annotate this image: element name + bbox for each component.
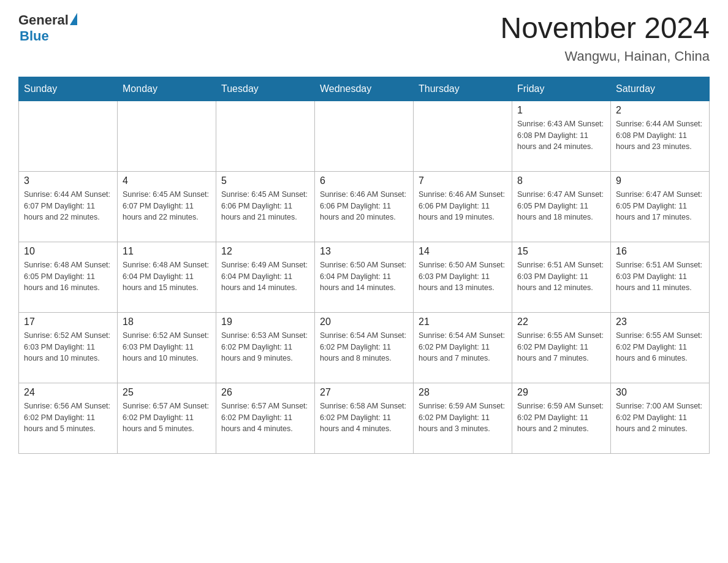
calendar-subtitle: Wangwu, Hainan, China [500, 48, 710, 64]
calendar-cell-1-2: 5Sunrise: 6:45 AM Sunset: 6:06 PM Daylig… [216, 171, 315, 242]
day-number: 4 [123, 175, 211, 186]
title-section: November 2024 Wangwu, Hainan, China [500, 12, 710, 64]
header-row: Sunday Monday Tuesday Wednesday Thursday… [19, 77, 710, 101]
day-number: 23 [616, 316, 704, 327]
day-info: Sunrise: 6:52 AM Sunset: 6:03 PM Dayligh… [123, 330, 211, 364]
day-info: Sunrise: 6:57 AM Sunset: 6:02 PM Dayligh… [221, 400, 309, 435]
day-info: Sunrise: 6:59 AM Sunset: 6:02 PM Dayligh… [517, 400, 605, 435]
day-number: 19 [221, 316, 309, 327]
day-info: Sunrise: 6:50 AM Sunset: 6:04 PM Dayligh… [320, 259, 408, 294]
calendar-cell-3-4: 21Sunrise: 6:54 AM Sunset: 6:02 PM Dayli… [414, 312, 512, 383]
calendar-cell-2-2: 12Sunrise: 6:49 AM Sunset: 6:04 PM Dayli… [216, 242, 315, 312]
day-info: Sunrise: 6:43 AM Sunset: 6:08 PM Dayligh… [517, 118, 605, 153]
logo-general-text: General [18, 12, 69, 28]
day-number: 22 [517, 316, 605, 327]
day-info: Sunrise: 6:59 AM Sunset: 6:02 PM Dayligh… [419, 400, 507, 435]
calendar-cell-0-5: 1Sunrise: 6:43 AM Sunset: 6:08 PM Daylig… [512, 101, 611, 171]
day-info: Sunrise: 6:45 AM Sunset: 6:07 PM Dayligh… [123, 189, 211, 223]
calendar-cell-2-5: 15Sunrise: 6:51 AM Sunset: 6:03 PM Dayli… [512, 242, 611, 312]
day-number: 9 [616, 175, 704, 186]
day-info: Sunrise: 6:46 AM Sunset: 6:06 PM Dayligh… [320, 189, 408, 223]
day-number: 29 [517, 387, 605, 398]
day-number: 5 [221, 175, 309, 186]
day-info: Sunrise: 6:56 AM Sunset: 6:02 PM Dayligh… [24, 400, 112, 435]
logo-blue-text: Blue [20, 28, 49, 44]
day-info: Sunrise: 6:48 AM Sunset: 6:05 PM Dayligh… [24, 259, 112, 294]
calendar-cell-1-1: 4Sunrise: 6:45 AM Sunset: 6:07 PM Daylig… [118, 171, 216, 242]
day-number: 15 [517, 246, 605, 257]
day-number: 10 [24, 246, 112, 257]
day-number: 26 [221, 387, 309, 398]
calendar-cell-1-6: 9Sunrise: 6:47 AM Sunset: 6:05 PM Daylig… [611, 171, 710, 242]
week-row-4: 17Sunrise: 6:52 AM Sunset: 6:03 PM Dayli… [19, 312, 710, 383]
day-number: 16 [616, 246, 704, 257]
day-info: Sunrise: 6:53 AM Sunset: 6:02 PM Dayligh… [221, 330, 309, 364]
calendar-cell-3-0: 17Sunrise: 6:52 AM Sunset: 6:03 PM Dayli… [19, 312, 118, 383]
calendar-cell-3-3: 20Sunrise: 6:54 AM Sunset: 6:02 PM Dayli… [315, 312, 414, 383]
logo: General Blue [18, 12, 77, 44]
calendar-cell-0-2 [216, 101, 315, 171]
day-number: 24 [24, 387, 112, 398]
week-row-5: 24Sunrise: 6:56 AM Sunset: 6:02 PM Dayli… [19, 383, 710, 453]
day-number: 2 [616, 105, 704, 116]
day-number: 27 [320, 387, 408, 398]
day-info: Sunrise: 6:47 AM Sunset: 6:05 PM Dayligh… [517, 189, 605, 223]
day-number: 28 [419, 387, 507, 398]
day-number: 6 [320, 175, 408, 186]
calendar-cell-4-4: 28Sunrise: 6:59 AM Sunset: 6:02 PM Dayli… [414, 383, 512, 453]
day-number: 13 [320, 246, 408, 257]
col-sunday: Sunday [19, 77, 118, 101]
week-row-2: 3Sunrise: 6:44 AM Sunset: 6:07 PM Daylig… [19, 171, 710, 242]
day-info: Sunrise: 6:54 AM Sunset: 6:02 PM Dayligh… [419, 330, 507, 364]
day-info: Sunrise: 6:47 AM Sunset: 6:05 PM Dayligh… [616, 189, 704, 223]
calendar-cell-2-1: 11Sunrise: 6:48 AM Sunset: 6:04 PM Dayli… [118, 242, 216, 312]
day-info: Sunrise: 6:49 AM Sunset: 6:04 PM Dayligh… [221, 259, 309, 294]
calendar-cell-0-0 [19, 101, 118, 171]
day-info: Sunrise: 6:51 AM Sunset: 6:03 PM Dayligh… [517, 259, 605, 294]
col-wednesday: Wednesday [315, 77, 414, 101]
day-info: Sunrise: 6:44 AM Sunset: 6:07 PM Dayligh… [24, 189, 112, 223]
calendar-cell-2-4: 14Sunrise: 6:50 AM Sunset: 6:03 PM Dayli… [414, 242, 512, 312]
day-number: 7 [419, 175, 507, 186]
page-header: General Blue November 2024 Wangwu, Haina… [18, 12, 710, 64]
col-thursday: Thursday [414, 77, 512, 101]
logo-triangle-icon [70, 13, 77, 25]
calendar-cell-0-4 [414, 101, 512, 171]
day-info: Sunrise: 6:52 AM Sunset: 6:03 PM Dayligh… [24, 330, 112, 364]
calendar-cell-2-6: 16Sunrise: 6:51 AM Sunset: 6:03 PM Dayli… [611, 242, 710, 312]
day-info: Sunrise: 6:48 AM Sunset: 6:04 PM Dayligh… [123, 259, 211, 294]
calendar-cell-4-1: 25Sunrise: 6:57 AM Sunset: 6:02 PM Dayli… [118, 383, 216, 453]
day-info: Sunrise: 7:00 AM Sunset: 6:02 PM Dayligh… [616, 400, 704, 435]
day-number: 25 [123, 387, 211, 398]
day-info: Sunrise: 6:57 AM Sunset: 6:02 PM Dayligh… [123, 400, 211, 435]
day-number: 3 [24, 175, 112, 186]
day-number: 14 [419, 246, 507, 257]
calendar-cell-0-6: 2Sunrise: 6:44 AM Sunset: 6:08 PM Daylig… [611, 101, 710, 171]
calendar-cell-1-0: 3Sunrise: 6:44 AM Sunset: 6:07 PM Daylig… [19, 171, 118, 242]
day-number: 17 [24, 316, 112, 327]
col-tuesday: Tuesday [216, 77, 315, 101]
day-info: Sunrise: 6:51 AM Sunset: 6:03 PM Dayligh… [616, 259, 704, 294]
day-number: 11 [123, 246, 211, 257]
day-number: 20 [320, 316, 408, 327]
calendar-cell-2-3: 13Sunrise: 6:50 AM Sunset: 6:04 PM Dayli… [315, 242, 414, 312]
day-info: Sunrise: 6:54 AM Sunset: 6:02 PM Dayligh… [320, 330, 408, 364]
day-number: 18 [123, 316, 211, 327]
day-info: Sunrise: 6:45 AM Sunset: 6:06 PM Dayligh… [221, 189, 309, 223]
day-info: Sunrise: 6:58 AM Sunset: 6:02 PM Dayligh… [320, 400, 408, 435]
calendar-cell-1-4: 7Sunrise: 6:46 AM Sunset: 6:06 PM Daylig… [414, 171, 512, 242]
col-monday: Monday [118, 77, 216, 101]
calendar-cell-4-3: 27Sunrise: 6:58 AM Sunset: 6:02 PM Dayli… [315, 383, 414, 453]
week-row-3: 10Sunrise: 6:48 AM Sunset: 6:05 PM Dayli… [19, 242, 710, 312]
day-info: Sunrise: 6:44 AM Sunset: 6:08 PM Dayligh… [616, 118, 704, 153]
day-number: 1 [517, 105, 605, 116]
calendar-cell-3-2: 19Sunrise: 6:53 AM Sunset: 6:02 PM Dayli… [216, 312, 315, 383]
day-number: 30 [616, 387, 704, 398]
calendar-cell-1-3: 6Sunrise: 6:46 AM Sunset: 6:06 PM Daylig… [315, 171, 414, 242]
calendar-cell-4-0: 24Sunrise: 6:56 AM Sunset: 6:02 PM Dayli… [19, 383, 118, 453]
day-info: Sunrise: 6:55 AM Sunset: 6:02 PM Dayligh… [517, 330, 605, 364]
day-number: 8 [517, 175, 605, 186]
calendar-cell-3-5: 22Sunrise: 6:55 AM Sunset: 6:02 PM Dayli… [512, 312, 611, 383]
calendar-table: Sunday Monday Tuesday Wednesday Thursday… [18, 77, 710, 454]
col-friday: Friday [512, 77, 611, 101]
